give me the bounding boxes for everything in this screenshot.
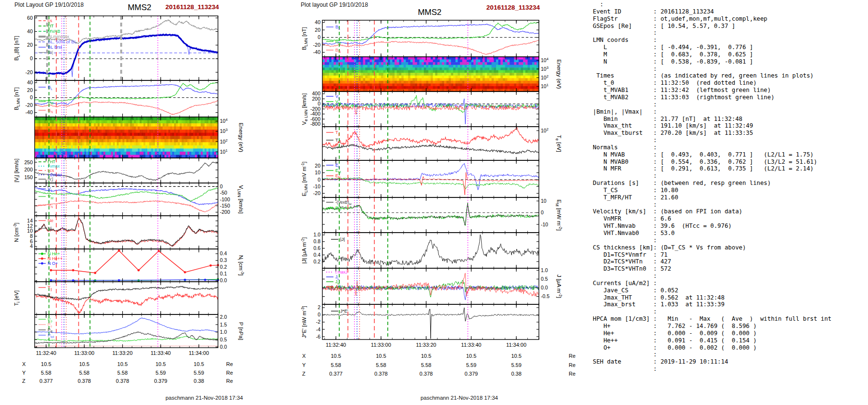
middle-layout-label: Plot layout GP 19/10/2018 [301, 1, 368, 8]
pos-value: 5.59 [194, 370, 204, 376]
pos-value: 5.58 [331, 362, 341, 368]
legend-label: N O+ [48, 261, 58, 266]
panel-vi-mag: 250200150|Vi| [km/s]t HTt vmaxt cst dvma… [13, 158, 218, 183]
legend-label: BN [335, 47, 341, 53]
y-tick-label: 20 [315, 27, 320, 33]
pos-value: 5.58 [421, 362, 431, 368]
y-tick-label: 102 [541, 127, 549, 133]
left-plot-title: MMS2 [128, 3, 151, 13]
y-tick-label: 1.5 [220, 322, 227, 327]
y-tick-label: 102 [220, 138, 228, 144]
y-tick-label: 0.3 [220, 257, 227, 263]
y-tick-label: 0.2 [220, 264, 227, 270]
y-tick-label: -150 [220, 203, 230, 209]
pos-unit: Re [569, 362, 575, 368]
panel-j-lmn: 1.00.50.0-0.5J [μA m-2]t maxJJLJMJN [322, 267, 562, 304]
time-tick-label: 11:32:40 [36, 350, 56, 356]
legend-label: |B| [48, 50, 53, 55]
y-tick-label: 103 [541, 65, 549, 72]
pos-value: 5.58 [117, 370, 128, 376]
legend-label: cs [48, 18, 52, 23]
y-tick-label: -50 [220, 190, 227, 196]
y-tick-label: -4 [316, 327, 320, 332]
left-layout-label: Plot Layout GP 19/10/2018 [14, 1, 84, 8]
panel-jdote: 20-2-4-6J*E' [nW m-3]J*E' [301, 304, 539, 340]
pos-value: 5.59 [511, 362, 521, 368]
panel-e-lmn: 20100-10-20ELMN [mV m-1]ELEMEN [301, 160, 539, 197]
panel-b-lmn-m: 40200-20-40BLMN [nT]BLBMBN [301, 19, 539, 57]
y-tick-label: -20 [313, 190, 320, 196]
y-tick-label: 60 [27, 15, 33, 21]
legend-label: t maxJ [335, 270, 347, 274]
pos-value: 0.38 [511, 371, 521, 377]
y-tick-label: 0.4 [220, 250, 227, 256]
legend-label: Ptot [48, 333, 54, 339]
axis-label-right: P [nPa] [238, 322, 244, 340]
panel-j-mag: 1.00.80.60.40.2|J| [μA m-2]|J| [301, 232, 539, 268]
pos-value: 0.378 [116, 378, 129, 384]
panel-t-e: 102Te [eV]T∥T⊥ [322, 127, 562, 160]
time-tick-label: 11:33:40 [151, 350, 171, 356]
y-tick-label: 4 [30, 243, 33, 249]
panel-bl-babs: 6040200-20BL,|B| [nT]csHTMVABBLminmaxBL,… [13, 15, 218, 80]
time-tick-label: 11:33:40 [461, 342, 481, 348]
y-tick-label: 40 [315, 19, 320, 25]
y-tick-label: -6 [316, 334, 320, 340]
y-tick-label: 0.1 [220, 271, 227, 276]
pos-value: 5.58 [41, 370, 51, 376]
event-info-text: : Event ID : 20161128_113234 FlagStr : o… [593, 1, 831, 373]
y-tick-label: 10 [541, 198, 547, 204]
axis-label-left: J*E' [nW m-3] [301, 306, 307, 338]
y-tick-label: 0.0 [541, 285, 548, 290]
panel-ve-lmn: 4002000-200-400-600-800Ve LMN [km/s]VLVM… [301, 91, 539, 127]
pos-value: 10.5 [466, 353, 476, 359]
y-tick-label: 0 [30, 94, 33, 100]
pos-value: 5.59 [155, 370, 166, 376]
y-tick-label: 0.0 [220, 277, 227, 283]
y-tick-label: 0 [318, 312, 320, 317]
axis-label-left: BLMN [nT] [13, 87, 21, 110]
pos-value: 10.5 [194, 361, 204, 367]
y-tick-label: 0 [541, 209, 544, 215]
middle-event-id: 20161128_113234 [486, 4, 540, 11]
pos-unit: Re [226, 378, 233, 384]
legend-label: T⊥ [48, 292, 53, 299]
legend-label: |J| [340, 236, 345, 242]
y-tick-label: 250 [24, 159, 33, 165]
pos-unit: Re [226, 361, 233, 367]
pos-value: 5.58 [79, 370, 89, 376]
axis-label-left: Ti [eV] [13, 290, 21, 306]
axis-label-left: |Vi| [km/s] [13, 158, 21, 182]
y-tick-label: 104 [541, 57, 549, 63]
y-tick-label: -20 [313, 42, 320, 48]
axis-label-left: Ve LMN [km/s] [301, 93, 308, 125]
y-tick-label: 0 [318, 177, 320, 183]
y-tick-label: 0 [30, 55, 33, 61]
legend-label: T⊥ [335, 137, 341, 144]
legend-label: EN [335, 173, 341, 179]
y-tick-label: 20 [27, 87, 33, 93]
y-tick-label: 103 [220, 128, 228, 134]
y-tick-label: 1.0 [313, 232, 320, 237]
y-tick-label: 10 [315, 170, 320, 175]
left-event-id: 20161128_113234 [166, 3, 219, 11]
axis-label-right: Energy (eV) [238, 123, 244, 153]
axis-label-left: BLMN [nT] [301, 27, 308, 50]
panel-v-lmn: 0-50-100-150-200VLMN [km/s]VLVMVN [35, 183, 244, 216]
y-tick-label: 2.0 [220, 314, 227, 320]
panel-t-ion: Ti [eV]T∥T⊥ [13, 282, 218, 314]
legend-label: N He++ [48, 256, 63, 261]
y-tick-label: 200 [24, 167, 33, 172]
y-tick-label: -20 [26, 102, 33, 108]
panel-ion-spectrogram: 104103102101Energy (eV) [35, 117, 244, 158]
y-tick-label: 104 [220, 118, 228, 124]
pos-value: 0.377 [39, 378, 53, 384]
legend-label: BN [48, 107, 53, 114]
y-tick-label: 20 [315, 163, 320, 169]
legend-label: PB [48, 327, 52, 333]
y-tick-label: 0.5 [220, 337, 227, 342]
y-tick-label: -2 [316, 319, 320, 325]
pos-row-label: X [22, 361, 26, 367]
pos-unit: Re [569, 353, 575, 359]
pos-value: 10.5 [376, 353, 386, 359]
